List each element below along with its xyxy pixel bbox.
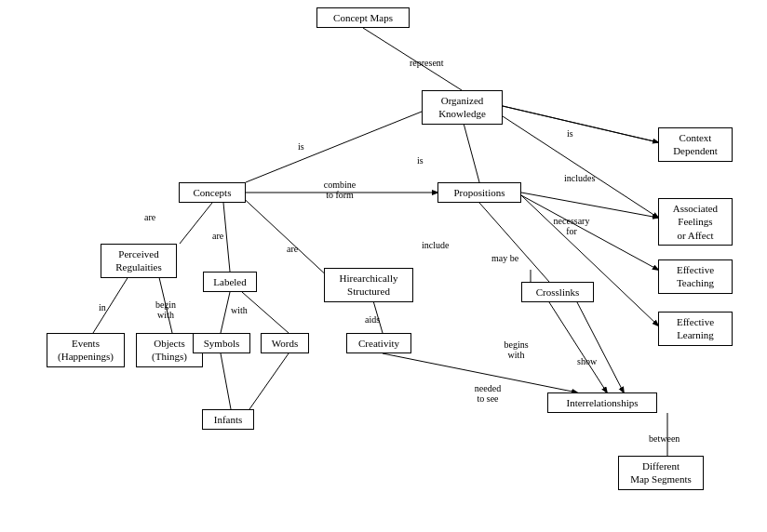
needed-to-see-label: neededto see bbox=[460, 383, 516, 404]
hierarchically-structured-node: HirearchicallyStructured bbox=[324, 268, 413, 302]
svg-line-19 bbox=[372, 298, 383, 333]
begin-with-label: beginwith bbox=[142, 299, 189, 320]
svg-line-7 bbox=[521, 193, 658, 218]
svg-line-15 bbox=[93, 273, 130, 333]
interrelationships-node: Interrelationships bbox=[547, 392, 657, 413]
may-be-label: may be bbox=[491, 253, 518, 263]
svg-line-11 bbox=[223, 203, 230, 272]
svg-line-16 bbox=[158, 273, 172, 333]
svg-line-2 bbox=[503, 106, 658, 142]
concepts-node: Concepts bbox=[179, 182, 246, 203]
svg-line-13 bbox=[479, 203, 549, 282]
symbols-node: Symbols bbox=[193, 333, 250, 353]
associated-feelings-node: AssociatedFeelingsor Affect bbox=[658, 198, 733, 246]
words-node: Words bbox=[261, 333, 309, 353]
svg-line-22 bbox=[383, 353, 577, 392]
svg-line-5 bbox=[503, 116, 658, 218]
svg-line-3 bbox=[462, 116, 479, 182]
in-label: in bbox=[99, 302, 106, 313]
propositions-node: Propositions bbox=[437, 182, 521, 203]
perceived-regularities-node: PerceivedRegulaities bbox=[101, 244, 177, 278]
are-right-label: are bbox=[287, 244, 298, 254]
svg-line-9 bbox=[521, 195, 658, 326]
begins-with-label: beginswith bbox=[491, 339, 542, 360]
svg-line-20 bbox=[221, 353, 231, 409]
include-label: include bbox=[422, 240, 449, 250]
svg-line-1 bbox=[503, 106, 658, 142]
concept-map-diagram: Concept Maps Organized Knowledge Context… bbox=[0, 0, 767, 532]
svg-line-12 bbox=[237, 193, 330, 279]
svg-line-17 bbox=[221, 292, 230, 333]
are-mid-label: are bbox=[212, 231, 223, 241]
show-label: show bbox=[577, 356, 597, 366]
is-left-label: is bbox=[298, 141, 304, 152]
concept-maps-node: Concept Maps bbox=[316, 7, 410, 28]
effective-teaching-node: EffectiveTeaching bbox=[658, 259, 733, 294]
svg-line-8 bbox=[521, 195, 658, 270]
different-map-segments-node: DifferentMap Segments bbox=[618, 456, 704, 490]
svg-line-21 bbox=[249, 353, 289, 409]
svg-line-10 bbox=[180, 203, 212, 244]
organized-knowledge-node: Organized Knowledge bbox=[422, 90, 503, 125]
creativity-node: Creativity bbox=[346, 333, 411, 353]
is-mid-label: is bbox=[417, 155, 424, 166]
labeled-node: Labeled bbox=[203, 272, 257, 292]
effective-learning-node: EffectiveLearning bbox=[658, 312, 733, 346]
infants-node: Infants bbox=[202, 409, 254, 430]
aids-label: aids bbox=[365, 314, 380, 325]
svg-line-18 bbox=[242, 292, 289, 333]
events-node: Events(Happenings) bbox=[47, 333, 125, 367]
svg-line-24 bbox=[577, 302, 624, 392]
are-left-label: are bbox=[144, 212, 155, 222]
includes-label: includes bbox=[564, 173, 595, 183]
represent-label: represent bbox=[410, 58, 444, 68]
svg-line-4 bbox=[246, 112, 422, 182]
context-dependent-node: ContextDependent bbox=[658, 127, 733, 162]
necessary-for-label: necessaryfor bbox=[544, 216, 599, 236]
between-label: between bbox=[649, 433, 680, 444]
is-right-label: is bbox=[567, 128, 573, 139]
svg-line-0 bbox=[363, 28, 462, 90]
crosslinks-node: Crosslinks bbox=[521, 282, 594, 302]
svg-line-23 bbox=[549, 302, 607, 392]
combine-to-form-label: combineto form bbox=[307, 180, 372, 200]
with-label: with bbox=[231, 305, 248, 315]
